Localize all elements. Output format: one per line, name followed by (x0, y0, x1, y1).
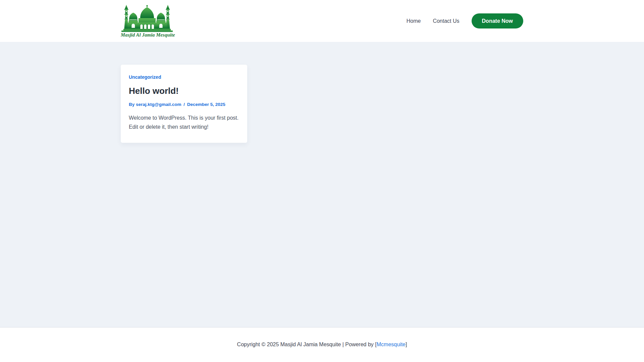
post-card: Uncategorized Hello world! By seraj.ktg@… (121, 65, 247, 143)
copyright-prefix: Copyright © 2025 Masjid Al Jamia Mesquit… (237, 342, 377, 347)
nav-link-home[interactable]: Home (407, 18, 421, 24)
post-author-link[interactable]: seraj.ktg@gmail.com (136, 102, 181, 107)
main-nav: Home Contact Us Donate Now (407, 13, 523, 28)
site-title: Masjid Al Jamia Mesquite (121, 33, 175, 38)
credit-link[interactable]: Mcmesquite (377, 342, 406, 347)
nav-link-contact-us[interactable]: Contact Us (433, 18, 459, 24)
site-footer: Copyright © 2025 Masjid Al Jamia Mesquit… (0, 327, 644, 362)
excerpt-line: Edit or delete it, then start writing! (129, 122, 239, 131)
copyright-text: Copyright © 2025 Masjid Al Jamia Mesquit… (237, 342, 407, 348)
post-date-link[interactable]: December 5, 2025 (187, 102, 225, 107)
main-content-area: Uncategorized Hello world! By seraj.ktg@… (0, 42, 644, 327)
mosque-icon (121, 5, 175, 32)
donate-now-button[interactable]: Donate Now (472, 13, 523, 28)
site-header: Masjid Al Jamia Mesquite Home Contact Us… (0, 0, 644, 42)
excerpt-line: Welcome to WordPress. This is your first… (129, 113, 239, 122)
post-excerpt: Welcome to WordPress. This is your first… (129, 113, 239, 131)
post-meta: By seraj.ktg@gmail.com / December 5, 202… (129, 102, 239, 107)
post-title: Hello world! (129, 86, 239, 96)
byline-label: By (129, 102, 135, 107)
copyright-suffix: ] (406, 342, 407, 347)
post-title-link[interactable]: Hello world! (129, 86, 179, 96)
site-logo-link[interactable]: Masjid Al Jamia Mesquite (121, 5, 175, 38)
post-category-link[interactable]: Uncategorized (129, 74, 161, 80)
meta-separator: / (183, 102, 185, 107)
